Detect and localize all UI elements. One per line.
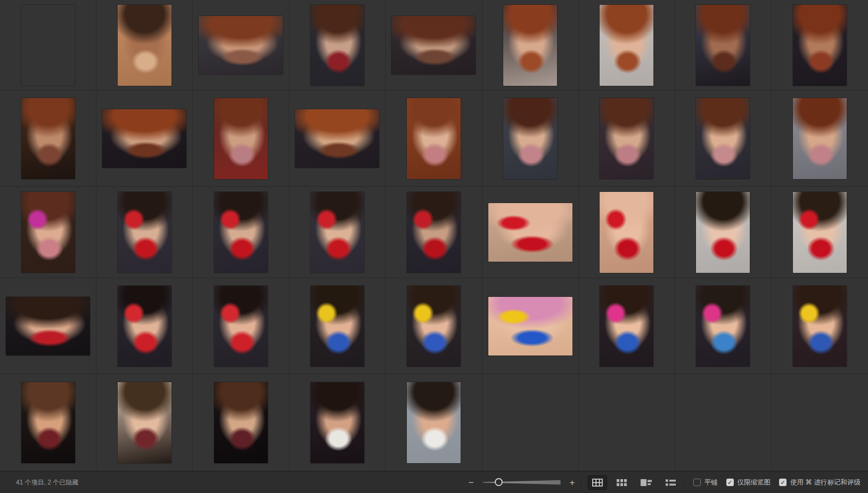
grid-cell bbox=[289, 0, 386, 91]
thumbnail-grid bbox=[0, 0, 868, 471]
photo-thumbnail[interactable] bbox=[102, 109, 186, 168]
grid-cell bbox=[675, 0, 772, 91]
grid-cell bbox=[675, 278, 772, 374]
photo-thumbnail[interactable] bbox=[118, 5, 171, 86]
grid-cell bbox=[193, 91, 289, 187]
checked-checkbox-icon[interactable]: ✓ bbox=[726, 479, 734, 486]
photo-thumbnail[interactable] bbox=[391, 16, 476, 75]
grid-cell bbox=[193, 0, 289, 91]
grid-cell bbox=[772, 0, 868, 91]
photo-thumbnail[interactable] bbox=[407, 382, 461, 463]
grid-cell bbox=[289, 374, 386, 471]
item-count-text: 41 个项目, 2 个已隐藏 bbox=[16, 478, 78, 487]
grid-cell bbox=[675, 91, 772, 187]
photo-thumbnail[interactable] bbox=[488, 297, 572, 355]
photo-thumbnail[interactable] bbox=[21, 192, 75, 273]
thumbnails-view-button[interactable] bbox=[613, 476, 630, 489]
grid-cell bbox=[579, 278, 675, 374]
photo-thumbnail[interactable] bbox=[696, 98, 750, 179]
photo-browser-window: 41 个项目, 2 个已隐藏 − + 平铺✓仅限缩览图✓使用 ⌘ 进行标记和评级 bbox=[0, 0, 868, 493]
grid-cell bbox=[289, 278, 386, 374]
grid-cell bbox=[482, 187, 579, 278]
photo-thumbnail[interactable] bbox=[407, 286, 461, 367]
photo-thumbnail[interactable] bbox=[214, 98, 268, 179]
thumbnails-icon bbox=[617, 479, 627, 486]
grid-cell bbox=[772, 91, 868, 187]
grid-cell bbox=[96, 187, 193, 278]
grid-cell bbox=[96, 278, 193, 374]
photo-thumbnail[interactable] bbox=[600, 5, 653, 86]
photo-thumbnail[interactable] bbox=[6, 297, 90, 355]
grid-cell bbox=[386, 278, 482, 374]
photo-thumbnail[interactable] bbox=[793, 5, 847, 86]
photo-thumbnail[interactable] bbox=[214, 286, 268, 367]
photo-thumbnail[interactable] bbox=[295, 109, 379, 168]
photo-thumbnail[interactable] bbox=[310, 5, 364, 86]
grid-cell bbox=[772, 374, 868, 471]
photo-thumbnail[interactable] bbox=[488, 203, 572, 262]
grid-cell bbox=[193, 278, 289, 374]
grid-cell bbox=[289, 187, 386, 278]
grid-cell bbox=[96, 91, 193, 187]
thumbnail-size-slider[interactable] bbox=[483, 478, 561, 487]
checkbox-label: 仅限缩览图 bbox=[738, 478, 771, 487]
grid-cell bbox=[579, 0, 675, 91]
grid-cell bbox=[386, 91, 482, 187]
photo-thumbnail[interactable] bbox=[696, 192, 750, 273]
photo-thumbnail[interactable] bbox=[696, 5, 750, 86]
grid-view-button[interactable] bbox=[588, 476, 607, 489]
photo-thumbnail[interactable] bbox=[600, 286, 653, 367]
checkbox-item[interactable]: 平铺 bbox=[693, 478, 718, 487]
grid-cell bbox=[482, 91, 579, 187]
photo-thumbnail[interactable] bbox=[503, 98, 557, 179]
grid-cell bbox=[482, 374, 579, 471]
photo-thumbnail[interactable] bbox=[214, 382, 268, 463]
preview-list-view-button[interactable] bbox=[637, 476, 656, 489]
grid-cell bbox=[386, 0, 482, 91]
photo-thumbnail[interactable] bbox=[503, 5, 557, 86]
slider-knob[interactable] bbox=[495, 478, 503, 486]
grid-cell bbox=[386, 374, 482, 471]
photo-thumbnail[interactable] bbox=[21, 382, 75, 463]
photo-thumbnail[interactable] bbox=[793, 98, 847, 179]
grid-cell bbox=[579, 187, 675, 278]
status-bar: 41 个项目, 2 个已隐藏 − + 平铺✓仅限缩览图✓使用 ⌘ 进行标记和评级 bbox=[0, 471, 868, 493]
photo-thumbnail[interactable] bbox=[118, 192, 171, 273]
photo-thumbnail[interactable] bbox=[407, 192, 461, 273]
grid-cell bbox=[579, 374, 675, 471]
grid-cell bbox=[0, 91, 96, 187]
grid-cell bbox=[482, 0, 579, 91]
photo-thumbnail[interactable] bbox=[310, 286, 364, 367]
list-view-button[interactable] bbox=[662, 476, 679, 489]
photo-thumbnail[interactable] bbox=[310, 382, 364, 463]
photo-thumbnail[interactable] bbox=[118, 382, 171, 463]
photo-thumbnail[interactable] bbox=[118, 286, 171, 367]
grid-cell bbox=[0, 278, 96, 374]
checkbox-item[interactable]: ✓仅限缩览图 bbox=[726, 478, 771, 487]
checkbox-label: 平铺 bbox=[705, 478, 718, 487]
photo-thumbnail[interactable] bbox=[310, 192, 364, 273]
photo-thumbnail[interactable] bbox=[407, 98, 461, 179]
zoom-out-button[interactable]: − bbox=[468, 478, 475, 487]
photo-thumbnail[interactable] bbox=[600, 192, 653, 273]
divider bbox=[685, 477, 686, 488]
photo-thumbnail[interactable] bbox=[21, 5, 75, 86]
checked-checkbox-icon[interactable]: ✓ bbox=[779, 479, 787, 486]
photo-thumbnail[interactable] bbox=[199, 16, 283, 75]
photo-thumbnail[interactable] bbox=[793, 286, 847, 367]
grid-cell bbox=[289, 91, 386, 187]
option-checkboxes: 平铺✓仅限缩览图✓使用 ⌘ 进行标记和评级 bbox=[693, 478, 861, 487]
zoom-in-button[interactable]: + bbox=[569, 478, 576, 487]
checkbox-item[interactable]: ✓使用 ⌘ 进行标记和评级 bbox=[779, 478, 861, 487]
photo-thumbnail[interactable] bbox=[600, 98, 653, 179]
grid-cell bbox=[579, 91, 675, 187]
unchecked-checkbox-icon[interactable] bbox=[693, 479, 701, 486]
browser-controls: − + 平铺✓仅限缩览图✓使用 ⌘ 进行标记和评级 bbox=[468, 476, 861, 489]
photo-thumbnail[interactable] bbox=[21, 98, 75, 179]
grid-cell bbox=[772, 187, 868, 278]
photo-thumbnail[interactable] bbox=[696, 286, 750, 367]
photo-thumbnail[interactable] bbox=[793, 192, 847, 273]
divider bbox=[582, 477, 583, 488]
photo-thumbnail[interactable] bbox=[214, 192, 268, 273]
grid-cell bbox=[675, 187, 772, 278]
